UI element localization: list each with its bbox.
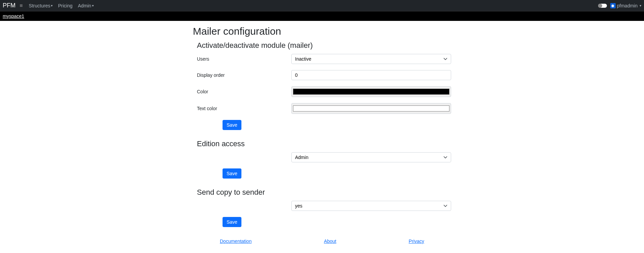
text-color-label: Text color: [197, 106, 291, 111]
users-select[interactable]: Inactive: [291, 54, 451, 64]
chevron-down-icon: ▾: [92, 4, 94, 7]
footer-links: Documentation About Privacy: [193, 236, 451, 251]
section-sendcopy-title: Send copy to sender: [197, 188, 451, 197]
display-order-label: Display order: [197, 72, 291, 78]
footer-about-link[interactable]: About: [324, 239, 336, 244]
nav-structures-label: Structures: [29, 3, 50, 8]
display-order-input[interactable]: [291, 70, 451, 80]
menu-icon[interactable]: ≡: [20, 3, 23, 9]
page-title: Mailer configuration: [193, 26, 451, 37]
nav-admin-label: Admin: [78, 3, 91, 8]
section-activate: Activate/deactivate module (mailer) User…: [193, 41, 451, 130]
nav-pricing[interactable]: Pricing: [56, 2, 75, 10]
breadcrumb-bar: myspace1: [0, 11, 644, 21]
theme-toggle[interactable]: [598, 4, 607, 8]
section-edition-title: Edition access: [197, 139, 451, 148]
text-color-input[interactable]: [291, 103, 451, 114]
brand-link[interactable]: PFM: [3, 2, 16, 9]
breadcrumb-space[interactable]: myspace1: [3, 13, 24, 19]
navbar-top: PFM ≡ Structures ▾ Pricing Admin ▾ ◉ pfm…: [0, 0, 644, 11]
footer-privacy-link[interactable]: Privacy: [409, 239, 424, 244]
username-label: pfmadmin: [617, 3, 638, 8]
user-menu[interactable]: ◉ pfmadmin ▾: [610, 3, 641, 8]
save-sendcopy-button[interactable]: Save: [223, 217, 241, 227]
color-label: Color: [197, 89, 291, 94]
chevron-down-icon: ▾: [51, 4, 53, 7]
section-activate-title: Activate/deactivate module (mailer): [197, 41, 451, 50]
avatar-icon: ◉: [610, 3, 616, 8]
edition-access-select[interactable]: Admin: [291, 152, 451, 162]
footer-documentation-link[interactable]: Documentation: [220, 239, 252, 244]
nav-admin[interactable]: Admin ▾: [76, 2, 96, 10]
color-input[interactable]: [291, 86, 451, 97]
chevron-down-icon: ▾: [640, 4, 641, 7]
sendcopy-select[interactable]: yes: [291, 201, 451, 211]
section-sendcopy: Send copy to sender yes Save: [193, 188, 451, 227]
save-activate-button[interactable]: Save: [223, 120, 241, 130]
save-edition-button[interactable]: Save: [223, 168, 241, 179]
users-label: Users: [197, 56, 291, 62]
nav-structures[interactable]: Structures ▾: [27, 2, 55, 10]
section-edition: Edition access Admin Save: [193, 139, 451, 179]
